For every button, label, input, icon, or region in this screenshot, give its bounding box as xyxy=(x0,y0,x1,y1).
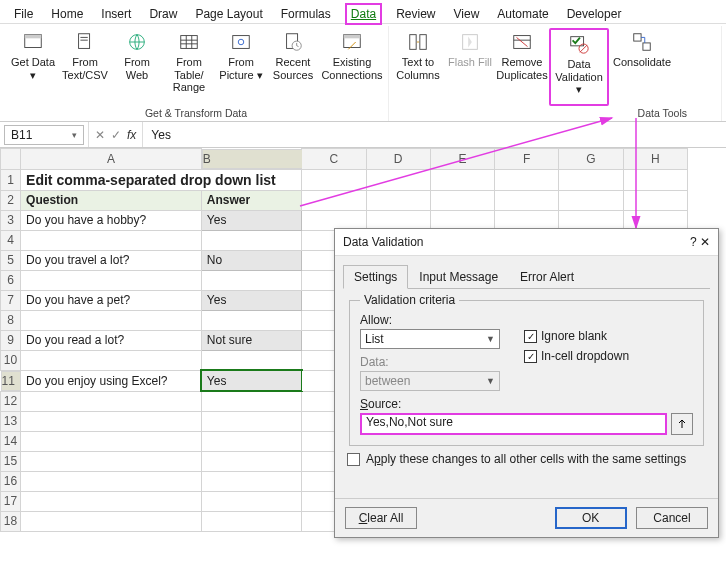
tab-page-layout[interactable]: Page Layout xyxy=(191,5,266,23)
row-header[interactable]: 5 xyxy=(1,250,21,270)
row-header[interactable]: 6 xyxy=(1,270,21,290)
row-header[interactable]: 8 xyxy=(1,310,21,330)
ignore-blank-checkbox[interactable]: ✓ Ignore blank xyxy=(524,329,629,343)
col-header-e[interactable]: E xyxy=(430,149,494,170)
row-header[interactable]: 9 xyxy=(1,330,21,350)
ok-button[interactable]: OK xyxy=(555,507,627,529)
from-picture-button[interactable]: From Picture ▾ xyxy=(216,28,266,106)
cell[interactable] xyxy=(495,210,559,230)
range-picker-button[interactable] xyxy=(671,413,693,435)
row-header[interactable]: 3 xyxy=(1,210,21,230)
row-header[interactable]: 13 xyxy=(1,411,21,431)
col-header-d[interactable]: D xyxy=(366,149,430,170)
tab-developer[interactable]: Developer xyxy=(563,5,626,23)
cell[interactable] xyxy=(559,169,623,190)
cell[interactable]: No xyxy=(201,250,301,270)
cell[interactable] xyxy=(495,190,559,210)
cell[interactable] xyxy=(201,451,301,471)
row-header[interactable]: 4 xyxy=(1,230,21,250)
cell[interactable] xyxy=(201,270,301,290)
row-header[interactable]: 7 xyxy=(1,290,21,310)
cell[interactable]: Question xyxy=(21,190,202,210)
tab-data[interactable]: Data xyxy=(345,3,382,25)
text-to-columns-button[interactable]: Text to Columns xyxy=(393,28,443,106)
tab-view[interactable]: View xyxy=(450,5,484,23)
tab-review[interactable]: Review xyxy=(392,5,439,23)
cell[interactable] xyxy=(302,190,366,210)
cell[interactable] xyxy=(201,431,301,451)
cell[interactable] xyxy=(366,210,430,230)
source-input[interactable]: Yes,No,Not sure xyxy=(360,413,667,435)
dialog-tab-input-message[interactable]: Input Message xyxy=(408,265,509,289)
row-header[interactable]: 12 xyxy=(1,391,21,411)
cell[interactable]: Yes xyxy=(201,290,301,310)
cell[interactable] xyxy=(430,190,494,210)
cell[interactable] xyxy=(21,471,202,491)
tab-home[interactable]: Home xyxy=(47,5,87,23)
dialog-close-button[interactable]: ✕ xyxy=(700,235,710,249)
row-header[interactable]: 17 xyxy=(1,491,21,511)
consolidate-button[interactable]: Consolidate xyxy=(611,28,673,106)
cell[interactable] xyxy=(21,451,202,471)
cell[interactable] xyxy=(302,210,366,230)
cell[interactable] xyxy=(366,169,430,190)
cell[interactable] xyxy=(430,210,494,230)
cell[interactable] xyxy=(21,511,202,531)
recent-sources-button[interactable]: Recent Sources xyxy=(268,28,318,106)
dialog-tab-settings[interactable]: Settings xyxy=(343,265,408,289)
cell[interactable] xyxy=(201,230,301,250)
cell[interactable] xyxy=(201,310,301,330)
data-validation-button[interactable]: Data Validation ▾ xyxy=(549,28,609,106)
cell[interactable] xyxy=(623,190,687,210)
cell[interactable]: Do you have a hobby? xyxy=(21,210,202,230)
select-all-corner[interactable] xyxy=(1,149,21,170)
cell[interactable]: Do you enjoy using Excel? xyxy=(21,370,202,391)
row-header[interactable]: 2 xyxy=(1,190,21,210)
tab-formulas[interactable]: Formulas xyxy=(277,5,335,23)
remove-duplicates-button[interactable]: Remove Duplicates xyxy=(497,28,547,106)
dialog-help-button[interactable]: ? xyxy=(690,235,697,249)
confirm-entry-icon[interactable]: ✓ xyxy=(111,128,121,142)
row-header[interactable]: 16 xyxy=(1,471,21,491)
clear-all-button[interactable]: Clear All xyxy=(345,507,417,529)
row-header[interactable]: 14 xyxy=(1,431,21,451)
apply-all-checkbox[interactable] xyxy=(347,453,360,466)
tab-file[interactable]: File xyxy=(10,5,37,23)
cell[interactable] xyxy=(201,511,301,531)
cell[interactable] xyxy=(21,310,202,330)
from-web-button[interactable]: From Web xyxy=(112,28,162,106)
formula-value[interactable]: Yes xyxy=(143,128,179,142)
cell[interactable] xyxy=(430,169,494,190)
cell[interactable] xyxy=(623,210,687,230)
tab-insert[interactable]: Insert xyxy=(97,5,135,23)
cell[interactable] xyxy=(302,169,366,190)
cell[interactable] xyxy=(21,350,202,370)
flash-fill-button[interactable]: Flash Fill xyxy=(445,28,495,106)
allow-select[interactable]: List ▼ xyxy=(360,329,500,349)
col-header-a[interactable]: A xyxy=(21,149,202,170)
cell[interactable] xyxy=(201,350,301,370)
row-header[interactable]: 18 xyxy=(1,511,21,531)
cell[interactable] xyxy=(201,391,301,411)
cell[interactable] xyxy=(201,471,301,491)
cell[interactable] xyxy=(21,411,202,431)
cancel-entry-icon[interactable]: ✕ xyxy=(95,128,105,142)
col-header-f[interactable]: F xyxy=(495,149,559,170)
incell-dropdown-checkbox[interactable]: ✓ In-cell dropdown xyxy=(524,349,629,363)
row-header[interactable]: 15 xyxy=(1,451,21,471)
cell[interactable] xyxy=(559,210,623,230)
cell[interactable]: Yes xyxy=(201,210,301,230)
cell[interactable] xyxy=(201,491,301,511)
existing-connections-button[interactable]: Existing Connections xyxy=(320,28,384,106)
cell[interactable]: Do you have a pet? xyxy=(21,290,202,310)
cell[interactable]: Edit comma-separated drop down list xyxy=(21,169,302,190)
cell[interactable] xyxy=(201,411,301,431)
col-header-g[interactable]: G xyxy=(559,149,623,170)
cell[interactable]: Not sure xyxy=(201,330,301,350)
cell[interactable] xyxy=(21,431,202,451)
cell[interactable]: Do you travel a lot? xyxy=(21,250,202,270)
from-table-range-button[interactable]: From Table/ Range xyxy=(164,28,214,106)
col-header-h[interactable]: H xyxy=(623,149,687,170)
cell[interactable] xyxy=(21,230,202,250)
row-header[interactable]: 10 xyxy=(1,350,21,370)
